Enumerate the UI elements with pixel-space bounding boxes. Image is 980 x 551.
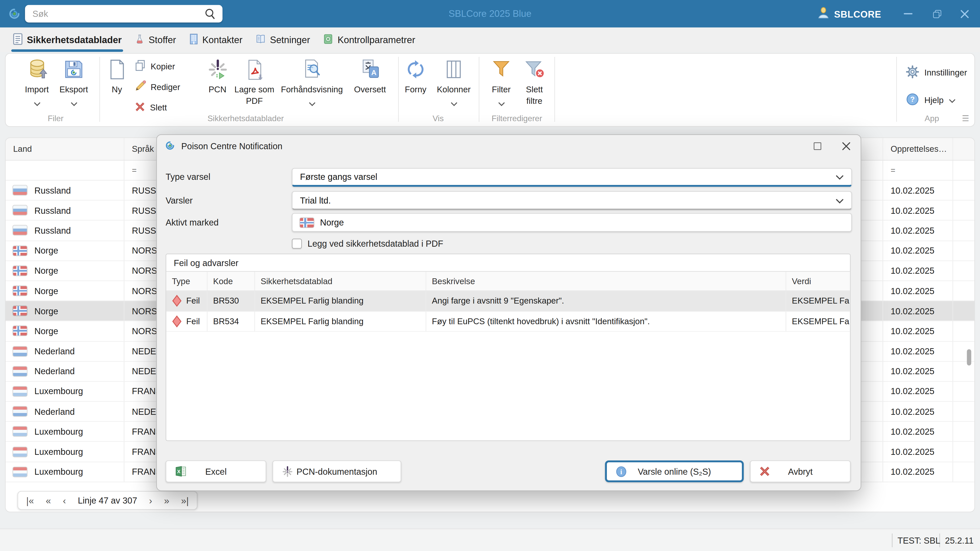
dialog-close-button[interactable] bbox=[838, 139, 854, 154]
country-flag-icon bbox=[13, 266, 27, 275]
forhandsvisning-button[interactable]: Forhåndsvisning bbox=[278, 57, 345, 108]
slett-filtre-label: Slett filtre bbox=[518, 84, 550, 106]
chevron-down-icon bbox=[309, 97, 315, 108]
translate-icon: A bbox=[359, 57, 381, 82]
filter-cell-land[interactable] bbox=[6, 160, 124, 180]
datasheet-document-icon bbox=[13, 33, 23, 47]
checkbox-unchecked-icon[interactable] bbox=[292, 239, 302, 249]
country-flag-icon bbox=[13, 206, 27, 215]
search-icon[interactable] bbox=[204, 7, 216, 22]
forhandsvisning-label: Forhåndsvisning bbox=[281, 84, 343, 95]
tab-kontakter[interactable]: Kontakter bbox=[189, 27, 242, 52]
dato-value: 10.02.2025 bbox=[883, 341, 953, 361]
error-sds: EKSEMPEL Farlig blanding bbox=[255, 291, 426, 311]
group-label-filer: Filer bbox=[48, 114, 64, 123]
aktivt-marked-field[interactable]: Norge bbox=[292, 213, 852, 232]
attach-sds-checkbox-label: Legg ved sikkerhetsdatablad i PDF bbox=[307, 239, 443, 249]
equals-filter-icon: = bbox=[891, 165, 896, 175]
restore-button[interactable] bbox=[923, 0, 951, 27]
oversett-label: Oversett bbox=[354, 84, 386, 95]
error-diamond-icon bbox=[172, 315, 182, 327]
land-value: Norge bbox=[35, 306, 58, 316]
varsle-online-button[interactable]: i Varsle online (S₂S) bbox=[605, 460, 744, 483]
innstillinger-label: Innstillinger bbox=[924, 68, 967, 78]
rediger-label: Rediger bbox=[151, 82, 180, 92]
lagre-som-pdf-button[interactable]: Lagre som PDF bbox=[234, 57, 274, 106]
error-row[interactable]: Feil BR534 EKSEMPEL Farlig blanding Føy … bbox=[166, 311, 850, 332]
control-parameters-icon bbox=[323, 33, 334, 47]
country-flag-icon bbox=[13, 367, 27, 376]
vertical-scrollbar[interactable] bbox=[967, 349, 971, 365]
error-type: Feil bbox=[186, 296, 200, 306]
error-row[interactable]: Feil BR530 EKSEMPEL Farlig blanding Angi… bbox=[166, 291, 850, 311]
dato-value: 10.02.2025 bbox=[883, 301, 953, 321]
error-verdi: EKSEMPEL Fa… bbox=[786, 311, 851, 331]
slett-button[interactable]: Slett bbox=[135, 99, 192, 116]
first-page-button[interactable]: |« bbox=[26, 495, 34, 506]
prev-group-button[interactable]: « bbox=[46, 495, 51, 506]
import-button[interactable]: Import bbox=[17, 57, 57, 108]
kopier-button[interactable]: Kopier bbox=[135, 58, 192, 75]
tab-setninger[interactable]: Setninger bbox=[255, 27, 310, 52]
oversett-button[interactable]: A Oversett bbox=[348, 57, 392, 95]
dato-value: 10.02.2025 bbox=[883, 221, 953, 240]
columns-icon bbox=[443, 57, 464, 82]
land-value: Norge bbox=[35, 246, 58, 256]
minimize-button[interactable] bbox=[894, 0, 923, 27]
prev-page-button[interactable]: ‹ bbox=[63, 495, 66, 506]
dialog-maximize-button[interactable] bbox=[809, 139, 826, 154]
next-page-button[interactable]: › bbox=[149, 495, 152, 506]
excel-button[interactable]: X Excel bbox=[165, 460, 266, 483]
column-header-land[interactable]: Land bbox=[6, 138, 124, 160]
country-flag-icon bbox=[13, 346, 27, 356]
close-icon bbox=[842, 142, 851, 151]
group-label-app: App bbox=[924, 114, 939, 123]
errors-groupbox: Feil og advarsler Type Kode Sikkerhetsda… bbox=[165, 254, 851, 441]
tab-sikkerhetsdatablader[interactable]: Sikkerhetsdatablader bbox=[13, 27, 122, 52]
country-flag-icon bbox=[13, 326, 27, 336]
svg-text:?: ? bbox=[910, 95, 915, 103]
filter-button[interactable]: Filter bbox=[487, 57, 516, 108]
sblcore-window: SBLCore 2025 Blue SBLCORE Sikkerhetsdata… bbox=[0, 0, 980, 551]
ny-button[interactable]: Ny bbox=[104, 57, 129, 95]
titlebar: SBLCore 2025 Blue SBLCORE bbox=[0, 0, 980, 27]
rediger-button[interactable]: Rediger bbox=[135, 79, 192, 95]
eksport-button[interactable]: Eksport bbox=[56, 57, 92, 108]
user-account-button[interactable]: SBLCORE bbox=[817, 6, 881, 22]
cancel-x-icon bbox=[759, 465, 771, 477]
ribbon-options-icon[interactable]: ☰ bbox=[962, 114, 969, 123]
column-header-opprettelses[interactable]: Opprettelses… bbox=[883, 138, 953, 160]
avbryt-button[interactable]: Avbryt bbox=[750, 460, 851, 483]
svg-text:A: A bbox=[371, 68, 376, 76]
next-group-button[interactable]: » bbox=[164, 495, 169, 506]
tab-stoffer[interactable]: Stoffer bbox=[134, 27, 176, 52]
innstillinger-button[interactable]: Innstillinger bbox=[906, 65, 967, 81]
column-header-beskrivelse[interactable]: Beskrivelse bbox=[426, 272, 786, 290]
dato-value: 10.02.2025 bbox=[883, 321, 953, 341]
column-header-type[interactable]: Type bbox=[166, 272, 207, 290]
type-varsel-select[interactable]: Første gangs varsel bbox=[292, 168, 852, 187]
column-header-kode[interactable]: Kode bbox=[207, 272, 255, 290]
hjelp-button[interactable]: ? Hjelp bbox=[906, 92, 956, 108]
last-page-button[interactable]: »| bbox=[181, 495, 189, 506]
tab-kontrollparametrer[interactable]: Kontrollparametrer bbox=[323, 27, 415, 52]
pcn-dokumentasjon-button[interactable]: PCN-dokumentasjon bbox=[272, 460, 401, 483]
error-kode: BR534 bbox=[207, 311, 255, 331]
filter-cell-opprettelses[interactable]: = bbox=[883, 160, 953, 180]
column-header-verdi[interactable]: Verdi bbox=[786, 272, 851, 290]
column-header-sds[interactable]: Sikkerhetsdatablad bbox=[255, 272, 426, 290]
land-value: Norge bbox=[35, 266, 58, 276]
varsler-select[interactable]: Trial ltd. bbox=[292, 191, 852, 210]
close-icon bbox=[959, 9, 969, 19]
attach-sds-checkbox-row[interactable]: Legg ved sikkerhetsdatablad i PDF bbox=[292, 239, 443, 249]
varsler-label: Varsler bbox=[165, 196, 192, 206]
pcn-button[interactable]: PCN bbox=[202, 57, 233, 95]
close-button[interactable] bbox=[950, 0, 979, 27]
kolonner-button[interactable]: Kolonner bbox=[432, 57, 476, 108]
country-flag-icon bbox=[13, 246, 27, 256]
forny-button[interactable]: Forny bbox=[402, 57, 430, 95]
error-type: Feil bbox=[186, 317, 200, 326]
slett-filtre-button[interactable]: Slett filtre bbox=[518, 57, 550, 106]
chevron-down-icon bbox=[835, 195, 844, 205]
search-input[interactable] bbox=[25, 5, 223, 23]
